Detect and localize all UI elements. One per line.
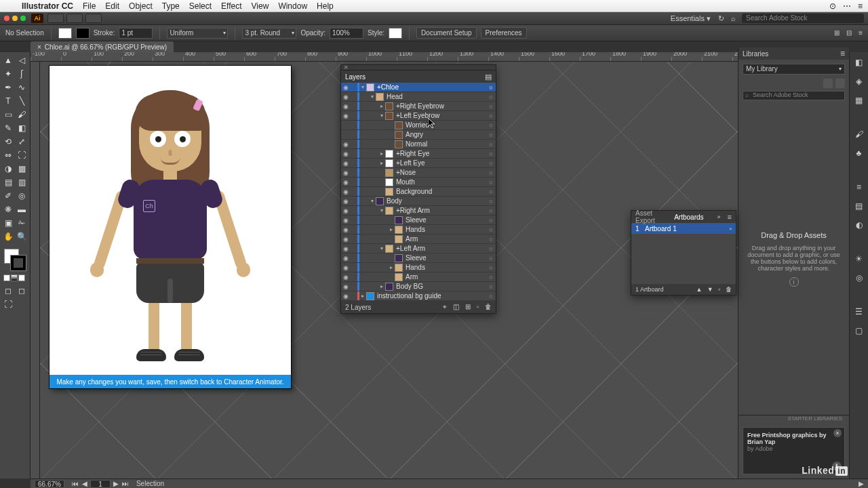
color-panel-icon[interactable]: ◈ bbox=[853, 75, 865, 87]
rotate-tool[interactable]: ⟲ bbox=[1, 135, 15, 148]
gradient-panel-icon[interactable]: ▤ bbox=[853, 200, 865, 212]
shaper-tool[interactable]: ✎ bbox=[1, 121, 15, 135]
slice-tool[interactable]: ✁ bbox=[15, 216, 28, 230]
type-tool[interactable]: T bbox=[1, 94, 15, 108]
layer-row[interactable]: ◉▾+Chloe○ bbox=[341, 83, 496, 92]
layer-name[interactable]: +Chloe bbox=[377, 83, 486, 91]
layer-name[interactable]: +Left Arm bbox=[396, 245, 486, 252]
layer-row[interactable]: Worried○ bbox=[341, 121, 496, 130]
layer-row[interactable]: ◉Sleeve○ bbox=[341, 253, 496, 263]
menu-view[interactable]: View bbox=[252, 1, 269, 11]
expand-arrow-icon[interactable]: ▸ bbox=[388, 226, 395, 232]
layer-name[interactable]: Hands bbox=[406, 264, 486, 271]
curvature-tool[interactable]: ∿ bbox=[15, 81, 28, 94]
horizontal-ruler[interactable]: -100010020030040050060070080090010001100… bbox=[31, 52, 738, 62]
stroke-color[interactable] bbox=[11, 256, 26, 270]
target-icon[interactable]: ○ bbox=[486, 274, 496, 281]
selection-tool[interactable]: ▲ bbox=[1, 54, 15, 67]
library-view-grid-icon[interactable] bbox=[835, 79, 845, 88]
layer-name[interactable]: +Right Arm bbox=[396, 207, 486, 214]
symbol-sprayer-tool[interactable]: ❋ bbox=[1, 203, 15, 216]
layer-row[interactable]: ◉▾Head○ bbox=[341, 92, 496, 102]
layers-panel-icon[interactable]: ☰ bbox=[853, 306, 865, 318]
layer-name[interactable]: +Right Eyebrow bbox=[396, 102, 486, 110]
artboard-tool[interactable]: ▣ bbox=[1, 216, 15, 230]
delete-layer-icon[interactable]: 🗑 bbox=[485, 303, 492, 310]
panel-grip[interactable] bbox=[341, 65, 496, 70]
visibility-toggle[interactable]: ◉ bbox=[341, 150, 351, 157]
target-icon[interactable]: ○ bbox=[486, 160, 496, 167]
brush-definition-dropdown[interactable]: Uniform bbox=[167, 28, 228, 39]
document-tab[interactable]: × Chloe.ai @ 66.67% (RGB/GPU Preview) bbox=[31, 41, 174, 52]
library-selector[interactable]: My Library▾ bbox=[743, 64, 845, 75]
expand-arrow-icon[interactable]: ▾ bbox=[378, 207, 385, 214]
visibility-toggle[interactable]: ◉ bbox=[341, 160, 351, 167]
app-name[interactable]: Illustrator CC bbox=[22, 1, 73, 11]
menu-select[interactable]: Select bbox=[189, 1, 212, 11]
layer-row[interactable]: ◉▸Hands○ bbox=[341, 225, 496, 235]
visibility-toggle[interactable]: ◉ bbox=[341, 283, 351, 290]
target-icon[interactable]: ○ bbox=[486, 198, 496, 205]
menu-window[interactable]: Window bbox=[278, 1, 307, 11]
layer-name[interactable]: +Left Eyebrow bbox=[396, 112, 486, 119]
locate-object-icon[interactable]: ⌖ bbox=[443, 303, 447, 310]
collapse-panel-icon[interactable]: » bbox=[717, 214, 721, 220]
visibility-toggle[interactable]: ◉ bbox=[341, 236, 351, 243]
expand-arrow-icon[interactable]: ▾ bbox=[359, 84, 366, 90]
stock-search-input[interactable]: Search Adobe Stock bbox=[742, 14, 864, 23]
shape-builder-tool[interactable]: ◑ bbox=[1, 162, 15, 176]
menu-file[interactable]: File bbox=[83, 1, 96, 11]
target-icon[interactable]: ○ bbox=[486, 188, 496, 195]
layer-row[interactable]: ◉▾Body○ bbox=[341, 197, 496, 206]
artboards-panel-menu-icon[interactable]: ≡ bbox=[728, 213, 732, 221]
appearance-panel-icon[interactable]: ☀ bbox=[853, 253, 865, 265]
pen-tool[interactable]: ✒ bbox=[1, 81, 15, 94]
variable-width-profile-dropdown[interactable]: 3 pt. Round bbox=[242, 28, 296, 39]
menu-help[interactable]: Help bbox=[317, 1, 334, 11]
transparency-panel-icon[interactable]: ◐ bbox=[853, 219, 865, 231]
target-icon[interactable]: ○ bbox=[486, 131, 496, 138]
layers-tab[interactable]: Layers bbox=[345, 73, 366, 81]
visibility-toggle[interactable]: ◉ bbox=[341, 198, 351, 205]
layers-panel[interactable]: Layers ▤ ◉▾+Chloe○◉▾Head○◉▸+Right Eyebro… bbox=[340, 64, 496, 314]
stroke-panel-icon[interactable]: ≡ bbox=[853, 181, 865, 193]
scroll-right-icon[interactable]: ▶ bbox=[859, 480, 864, 487]
new-layer-icon[interactable]: ▫ bbox=[477, 303, 479, 310]
layer-name[interactable]: Sleeve bbox=[406, 216, 486, 224]
gpu-performance-button[interactable] bbox=[85, 14, 102, 23]
layer-row[interactable]: ◉▾+Left Arm○ bbox=[341, 244, 496, 253]
symbols-panel-icon[interactable]: ♣ bbox=[853, 147, 865, 159]
layer-name[interactable]: Worried bbox=[406, 121, 486, 129]
layer-row[interactable]: ◉+Nose○ bbox=[341, 168, 496, 178]
layer-name[interactable]: Body bbox=[387, 197, 486, 205]
close-tab-icon[interactable]: × bbox=[37, 43, 41, 51]
layer-name[interactable]: Mouth bbox=[396, 178, 486, 186]
stroke-weight-input[interactable]: 1 pt bbox=[119, 28, 153, 39]
target-icon[interactable]: ○ bbox=[486, 103, 496, 110]
close-window-icon[interactable] bbox=[4, 16, 9, 21]
target-icon[interactable]: ○ bbox=[486, 207, 496, 214]
artboards-panel-icon[interactable]: ▢ bbox=[853, 325, 865, 337]
artboard[interactable]: Ch Make any changes you want, save, then… bbox=[50, 66, 291, 388]
layer-name[interactable]: Background bbox=[396, 188, 486, 195]
layer-row[interactable]: ◉▸+Left Eye○ bbox=[341, 159, 496, 168]
expand-arrow-icon[interactable]: ▸ bbox=[378, 283, 385, 289]
panel-menu-icon[interactable]: ≡ bbox=[859, 29, 863, 37]
visibility-toggle[interactable]: ◉ bbox=[341, 255, 351, 262]
artboards-tab[interactable]: Artboards bbox=[674, 214, 703, 221]
layer-row[interactable]: ◉Arm○ bbox=[341, 272, 496, 282]
target-icon[interactable]: ○ bbox=[486, 169, 496, 176]
gradient-mode-icon[interactable] bbox=[11, 274, 18, 281]
graphic-style-swatch[interactable] bbox=[389, 28, 402, 39]
menu-effect[interactable]: Effect bbox=[221, 1, 241, 11]
zoom-level[interactable]: 66.67% bbox=[35, 480, 64, 488]
zoom-tool[interactable]: 🔍 bbox=[15, 230, 28, 243]
target-icon[interactable]: ○ bbox=[486, 141, 496, 148]
visibility-toggle[interactable]: ◉ bbox=[341, 188, 351, 195]
layer-name[interactable]: Arm bbox=[406, 273, 486, 281]
target-icon[interactable]: ○ bbox=[486, 245, 496, 252]
layer-row[interactable]: ◉▸+Right Eyebrow○ bbox=[341, 102, 496, 111]
color-mode-icon[interactable] bbox=[3, 274, 10, 281]
move-down-icon[interactable]: ▼ bbox=[707, 286, 713, 293]
visibility-toggle[interactable]: ◉ bbox=[341, 103, 351, 110]
